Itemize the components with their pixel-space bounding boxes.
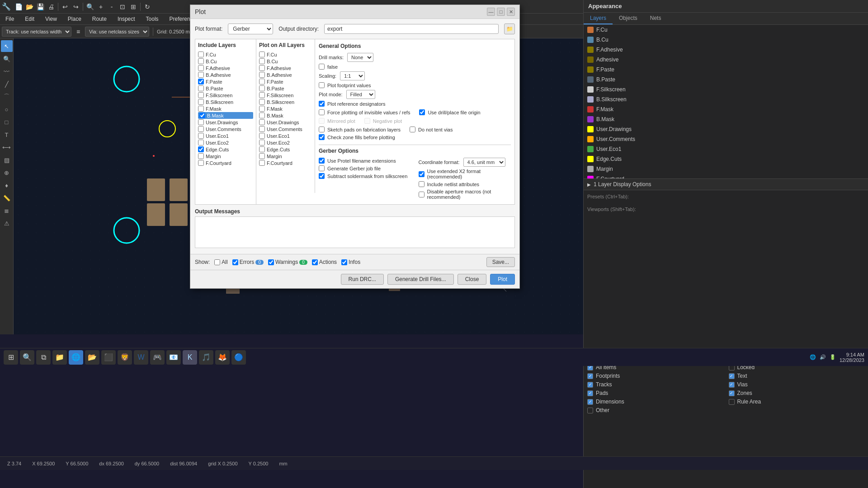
menu-route[interactable]: Route	[90, 15, 108, 23]
plot-all-layer-check[interactable]	[259, 65, 265, 71]
use-drill-origin-check[interactable]	[419, 109, 425, 115]
show-infos-check[interactable]	[341, 259, 347, 265]
pad-tool[interactable]: ⊕	[1, 167, 13, 178]
plot-all-layer-f-paste[interactable]: F.Paste	[259, 78, 312, 85]
zoom-fit-btn[interactable]: ⊡	[118, 2, 127, 12]
layer-item-f-paste[interactable]: F.Paste	[584, 65, 868, 75]
plot-drawing-sheet-check[interactable]	[319, 64, 325, 70]
include-layer-b-mask[interactable]: B.Mask	[198, 112, 253, 119]
include-layer-b-paste[interactable]: B.Paste	[198, 85, 253, 92]
filter-item-zones[interactable]: ✓ Zones	[729, 389, 865, 397]
include-layer-margin[interactable]: Margin	[198, 153, 253, 160]
chrome-btn[interactable]: 🌐	[69, 350, 83, 365]
menu-view[interactable]: View	[43, 15, 59, 23]
include-layer-check[interactable]	[198, 79, 204, 84]
track-width-select[interactable]: Track: use netclass width	[2, 27, 71, 37]
plot-btn[interactable]: Plot	[490, 274, 515, 285]
menu-edit[interactable]: Edit	[23, 15, 36, 23]
include-layer-check[interactable]	[198, 119, 204, 125]
plot-format-select[interactable]: Gerber SVG DXF PDF PS HPGL	[228, 23, 273, 34]
include-layer-f-adhesive[interactable]: F.Adhesive	[198, 65, 253, 71]
layer-item-user-drawings[interactable]: User.Drawings	[584, 124, 868, 134]
layer-item-b-cu[interactable]: B.Cu	[584, 35, 868, 45]
plot-all-layer-check[interactable]	[259, 153, 265, 159]
plot-all-layer-check[interactable]	[259, 140, 265, 145]
include-layer-check[interactable]	[198, 85, 204, 91]
plot-all-layer-check[interactable]	[259, 113, 265, 118]
print-btn[interactable]: 🖨	[46, 2, 56, 12]
zoom-in-btn[interactable]: +	[96, 2, 106, 12]
email-btn[interactable]: 📧	[166, 350, 181, 365]
show-errors-check[interactable]	[232, 259, 238, 265]
filter-item-dimensions[interactable]: ✓ Dimensions	[587, 398, 723, 405]
layer-item-b-silkscreen[interactable]: B.Silkscreen	[584, 94, 868, 104]
layer-item-user-eco1[interactable]: User.Eco1	[584, 144, 868, 154]
layer-item-user-comments[interactable]: User.Comments	[584, 134, 868, 144]
plot-all-layer-margin[interactable]: Margin	[259, 153, 312, 160]
plot-all-layer-check[interactable]	[259, 126, 265, 132]
filter-item-tracks[interactable]: ✓ Tracks	[587, 381, 723, 388]
plot-all-layer-b-paste[interactable]: B.Paste	[259, 85, 312, 92]
layer-item-b-mask[interactable]: B.Mask	[584, 114, 868, 124]
include-layer-check[interactable]	[198, 72, 204, 78]
filter-item-other[interactable]: Other	[587, 407, 723, 414]
menu-file[interactable]: File	[4, 15, 16, 23]
do-not-tent-check[interactable]	[410, 127, 415, 132]
filter-item-vias[interactable]: ✓ Vias	[729, 381, 865, 388]
generate-drill-btn[interactable]: Generate Drill Files...	[387, 274, 454, 285]
new-btn[interactable]: 📄	[14, 2, 24, 12]
include-layer-check[interactable]	[198, 140, 204, 145]
include-layer-check[interactable]	[198, 99, 204, 105]
use-x2-check[interactable]	[419, 171, 425, 177]
use-protel-check[interactable]	[319, 158, 325, 164]
task-view-btn[interactable]: ⧉	[36, 350, 51, 365]
plot-all-layer-check[interactable]	[259, 58, 265, 64]
plot-all-layer-b-silkscreen[interactable]: B.Silkscreen	[259, 99, 312, 105]
include-layer-b-silkscreen[interactable]: B.Silkscreen	[198, 99, 253, 105]
negative-plot-check[interactable]	[364, 118, 370, 124]
search-btn[interactable]: 🔍	[85, 2, 95, 12]
include-layer-f-courtyard[interactable]: F.Courtyard	[198, 160, 253, 166]
filter-item-pads[interactable]: ✓ Pads	[587, 389, 723, 397]
layer-item-f-mask[interactable]: F.Mask	[584, 104, 868, 114]
include-layer-user-drawings[interactable]: User.Drawings	[198, 119, 253, 126]
save-messages-btn[interactable]: Save...	[486, 257, 515, 267]
via-size-select[interactable]: Via: use netclass sizes	[85, 27, 149, 37]
scaling-select[interactable]: 1:12:10.5:1	[340, 71, 365, 80]
include-layer-edge-cuts[interactable]: Edge.Cuts	[198, 146, 253, 153]
draw-circle-tool[interactable]: ○	[1, 103, 13, 115]
mirrored-plot-check[interactable]	[319, 118, 325, 124]
close-dialog-btn[interactable]: Close	[458, 274, 487, 285]
coord-format-select[interactable]: 4.6, unit mm 4.5, unit mm 3.5, unit inch	[463, 158, 505, 167]
select-tool[interactable]: ↖	[1, 40, 13, 52]
plot-all-layer-f-silkscreen[interactable]: F.Silkscreen	[259, 92, 312, 99]
plot-all-layer-check[interactable]	[259, 119, 265, 125]
plot-all-layer-f-adhesive[interactable]: F.Adhesive	[259, 65, 312, 71]
include-layer-check[interactable]	[198, 160, 204, 166]
files-btn[interactable]: 📂	[85, 350, 99, 365]
filter-item-text[interactable]: ✓ Text	[729, 372, 865, 380]
tab-objects[interactable]: Objects	[613, 13, 644, 24]
filter-item-footprints[interactable]: ✓ Footprints	[587, 372, 723, 380]
tab-layers[interactable]: Layers	[584, 13, 613, 24]
layer-item-f-cu[interactable]: F.Cu	[584, 25, 868, 35]
route-tool[interactable]: 〰	[1, 66, 13, 77]
plot-all-layer-f-cu[interactable]: F.Cu	[259, 51, 312, 58]
track-width-icon[interactable]: ≡	[73, 27, 83, 37]
include-layer-user-eco1[interactable]: User.Eco1	[198, 132, 253, 139]
gen-job-file-check[interactable]	[319, 165, 325, 171]
draw-rect-tool[interactable]: □	[1, 116, 13, 128]
plot-all-layer-b-mask[interactable]: B.Mask	[259, 112, 312, 119]
plot-all-layer-check[interactable]	[259, 72, 265, 78]
zoom-select-btn[interactable]: ⊞	[128, 2, 138, 12]
plot-all-layer-check[interactable]	[259, 79, 265, 84]
plot-all-layer-user-drawings[interactable]: User.Drawings	[259, 119, 312, 126]
menu-tools[interactable]: Tools	[144, 15, 160, 23]
include-layer-f-silkscreen[interactable]: F.Silkscreen	[198, 92, 253, 99]
dimension-tool[interactable]: ⟷	[1, 141, 13, 153]
steam-btn[interactable]: 🎮	[150, 350, 165, 365]
plot-ref-designators-check[interactable]	[319, 101, 325, 107]
subtract-soldermask-check[interactable]	[319, 173, 325, 179]
layer-manager-tool[interactable]: ≣	[1, 205, 13, 216]
drc-tool[interactable]: ⚠	[1, 217, 13, 229]
